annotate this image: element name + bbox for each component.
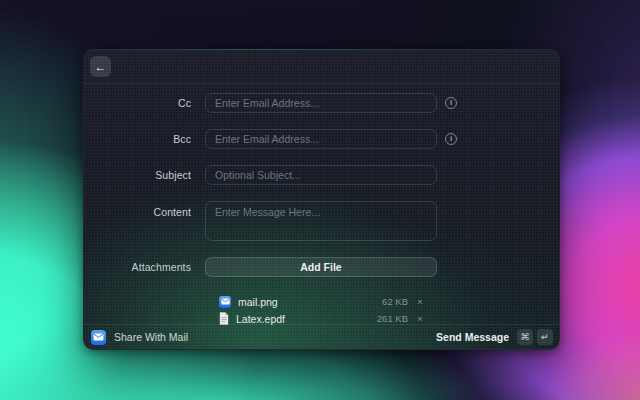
send-message-label: Send Message <box>436 331 509 343</box>
mail-app-icon <box>91 330 106 345</box>
content-textarea[interactable] <box>205 201 437 241</box>
attachment-size: 261 KB <box>377 313 408 324</box>
attachment-name: mail.png <box>238 296 278 308</box>
cc-input[interactable] <box>205 93 437 113</box>
add-file-button[interactable]: Add File <box>205 257 437 277</box>
window-footer: Share With Mail Send Message ⌘ ↵ <box>84 324 559 349</box>
attachment-size: 62 KB <box>382 296 408 307</box>
subject-label: Subject <box>84 169 191 181</box>
subject-input[interactable] <box>205 165 437 185</box>
attachment-row: mail.png 62 KB × <box>219 293 425 310</box>
attachments-label: Attachments <box>84 261 191 273</box>
mail-app-icon <box>219 296 231 308</box>
remove-attachment-button[interactable]: × <box>415 297 425 307</box>
screen: ← Cc i Bcc i Subject <box>0 0 640 400</box>
cc-row: Cc i <box>84 93 559 113</box>
content-row: Content <box>84 201 559 241</box>
subject-row: Subject <box>84 165 559 185</box>
bcc-label: Bcc <box>84 133 191 145</box>
content-label: Content <box>84 201 191 218</box>
window-header: ← <box>84 50 559 84</box>
return-key-hint: ↵ <box>537 329 553 345</box>
attachments-row: Attachments Add File <box>84 257 559 277</box>
info-icon[interactable]: i <box>445 133 457 145</box>
info-icon[interactable]: i <box>445 97 457 109</box>
form: Cc i Bcc i Subject Content <box>84 84 559 327</box>
remove-attachment-button[interactable]: × <box>415 314 425 324</box>
share-with-mail-window: ← Cc i Bcc i Subject <box>83 49 560 350</box>
send-message-button[interactable]: Send Message ⌘ ↵ <box>436 329 553 345</box>
extension-title: Share With Mail <box>114 331 188 343</box>
close-icon: × <box>417 296 423 307</box>
command-key-hint: ⌘ <box>517 329 533 345</box>
attachment-name: Latex.epdf <box>236 313 285 325</box>
attachment-list: mail.png 62 KB × <box>219 293 425 327</box>
bcc-input[interactable] <box>205 129 437 149</box>
cc-label: Cc <box>84 97 191 109</box>
arrow-left-icon: ← <box>95 61 107 73</box>
back-button[interactable]: ← <box>90 56 111 77</box>
bcc-row: Bcc i <box>84 129 559 149</box>
close-icon: × <box>417 313 423 324</box>
